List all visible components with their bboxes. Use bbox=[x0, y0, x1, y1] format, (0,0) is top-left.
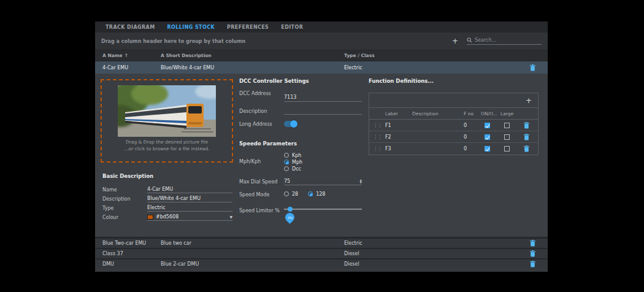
radio-128[interactable]: 128 bbox=[308, 191, 325, 197]
tab-editor[interactable]: EDITOR bbox=[275, 23, 309, 32]
large-checkbox[interactable] bbox=[504, 123, 510, 128]
table-row[interactable]: DMU Blue 2-car DMU Diesel bbox=[95, 258, 548, 269]
delete-row-button[interactable] bbox=[526, 250, 539, 257]
description-input[interactable]: Blue/White 4-car EMU bbox=[147, 196, 232, 202]
table-row[interactable]: 4-Car EMU Blue/White 4-car EMU Electric bbox=[95, 61, 548, 74]
column-description: Description bbox=[412, 111, 464, 117]
dcc-description-row: Description bbox=[239, 107, 365, 115]
search-icon bbox=[467, 37, 472, 43]
delete-row-button[interactable] bbox=[526, 240, 539, 247]
unit-row: Mph/Kph Kph Mph Dcc bbox=[239, 152, 365, 172]
dcc-description-input[interactable] bbox=[284, 107, 362, 115]
tab-rolling-stock[interactable]: ROLLING STOCK bbox=[162, 23, 220, 32]
column-header-name[interactable]: A Name↑ bbox=[102, 53, 161, 58]
radio-28[interactable]: 28 bbox=[284, 191, 298, 197]
long-address-label: Long Address bbox=[239, 120, 284, 127]
basic-description-title: Basic Description bbox=[102, 173, 232, 179]
function-row[interactable]: ⋮⋮ F1 0 bbox=[369, 120, 538, 131]
radio-dcc[interactable]: Dcc bbox=[284, 166, 362, 172]
app-window: TRACK DIAGRAM ROLLING STOCK PREFERENCES … bbox=[95, 21, 548, 272]
tab-track-diagram[interactable]: TRACK DIAGRAM bbox=[100, 23, 161, 32]
max-dial-label: Max Dial Speed bbox=[239, 178, 284, 185]
chevron-down-icon: ▼ bbox=[229, 215, 232, 219]
cell-name: 4-Car EMU bbox=[102, 65, 161, 71]
on-off-checkbox[interactable] bbox=[485, 123, 490, 128]
column-on-off: ON/O... bbox=[481, 111, 500, 117]
dcc-address-row: DCC Address 7113 bbox=[239, 90, 365, 102]
add-row-button[interactable]: + bbox=[452, 37, 458, 45]
column-label: Label bbox=[385, 111, 412, 117]
table-row[interactable]: Class 37 Diesel bbox=[95, 248, 548, 258]
function-label: F1 bbox=[385, 123, 412, 128]
field-colour: Colour #bd5608 ▼ bbox=[102, 213, 232, 222]
slider-thumb[interactable] bbox=[288, 207, 293, 212]
tab-preferences[interactable]: PREFERENCES bbox=[221, 23, 274, 32]
function-label: F3 bbox=[385, 146, 412, 152]
field-label: Colour bbox=[102, 215, 147, 220]
stage: TRACK DIAGRAM ROLLING STOCK PREFERENCES … bbox=[0, 0, 644, 292]
drag-handle-icon[interactable]: ⋮⋮ bbox=[369, 146, 385, 152]
field-label: Name bbox=[102, 187, 147, 193]
delete-row-button[interactable] bbox=[526, 261, 539, 267]
delete-row-button[interactable] bbox=[526, 64, 539, 71]
field-type: Type Electric bbox=[102, 204, 232, 213]
function-row[interactable]: ⋮⋮ F2 0 bbox=[369, 131, 538, 143]
spinner-icon[interactable]: ▲▼ bbox=[360, 179, 362, 184]
add-function-button[interactable]: + bbox=[526, 97, 532, 104]
delete-function-button[interactable] bbox=[520, 122, 532, 129]
cell-description: Blue 2-car DMU bbox=[161, 261, 344, 267]
search-box[interactable] bbox=[467, 37, 542, 45]
picture-dropzone[interactable]: Drag & Drop the desired picture file ...… bbox=[101, 79, 233, 163]
large-cell bbox=[500, 146, 520, 152]
detail-panel: Drag & Drop the desired picture file ...… bbox=[95, 74, 548, 237]
on-off-checkbox[interactable] bbox=[485, 134, 490, 140]
delete-function-button[interactable] bbox=[520, 134, 532, 140]
dcc-address-input[interactable]: 7113 bbox=[284, 90, 362, 102]
column-header-type[interactable]: Type / Class bbox=[344, 53, 526, 58]
name-input[interactable]: 4-Car EMU bbox=[147, 186, 232, 193]
table-row[interactable]: Blue Two-car EMU Blue two car Electric bbox=[95, 237, 548, 248]
speed-limiter-slider[interactable]: 0% bbox=[284, 206, 362, 214]
group-bar: Drag a column header here to group by th… bbox=[95, 33, 548, 50]
field-description: Description Blue/White 4-car EMU bbox=[102, 194, 232, 204]
delete-function-button[interactable] bbox=[520, 145, 532, 152]
group-hint: Drag a column header here to group by th… bbox=[101, 39, 245, 44]
speed-mode-label: Speed Mode bbox=[239, 191, 284, 198]
max-dial-input[interactable]: 75 ▲▼ bbox=[284, 178, 362, 185]
colour-dropdown[interactable]: #bd5608 ▼ bbox=[147, 214, 232, 221]
cell-type: Electric bbox=[344, 65, 526, 71]
column-header-description[interactable]: A Short Description bbox=[161, 53, 344, 58]
speed-mode-radio-group: 28 128 bbox=[284, 191, 362, 198]
slider-track bbox=[284, 209, 362, 210]
on-off-cell bbox=[481, 134, 500, 140]
search-input[interactable] bbox=[475, 37, 536, 43]
unit-label: Mph/Kph bbox=[239, 152, 284, 164]
radio-icon bbox=[284, 153, 289, 158]
cell-type: Diesel bbox=[344, 261, 526, 267]
large-cell bbox=[500, 123, 520, 128]
drag-handle-icon[interactable]: ⋮⋮ bbox=[369, 134, 385, 140]
radio-mph[interactable]: Mph bbox=[284, 159, 362, 165]
large-checkbox[interactable] bbox=[504, 134, 510, 140]
radio-kph[interactable]: Kph bbox=[284, 152, 362, 158]
dropzone-hint-line2: ...or click to browse for a file instead… bbox=[102, 146, 232, 152]
dcc-address-label: DCC Address bbox=[239, 90, 284, 96]
function-add-row: + bbox=[369, 93, 538, 108]
long-address-toggle[interactable] bbox=[284, 121, 297, 127]
table-body: Blue Two-car EMU Blue two car Electric C… bbox=[95, 237, 548, 269]
field-name: Name 4-Car EMU bbox=[102, 185, 232, 194]
function-fno: 0 bbox=[464, 134, 481, 140]
toggle-knob bbox=[290, 120, 297, 128]
large-checkbox[interactable] bbox=[504, 146, 510, 152]
cell-type: Diesel bbox=[344, 251, 526, 256]
on-off-checkbox[interactable] bbox=[485, 146, 490, 152]
function-table-header: Label Description F no ON/O... Large bbox=[369, 108, 538, 120]
max-dial-row: Max Dial Speed 75 ▲▼ bbox=[239, 178, 365, 185]
speed-mode-row: Speed Mode 28 128 bbox=[239, 191, 365, 198]
function-row[interactable]: ⋮⋮ F3 0 bbox=[369, 143, 538, 155]
function-fno: 0 bbox=[464, 146, 481, 152]
cell-name: Blue Two-car EMU bbox=[102, 240, 161, 246]
drag-handle-icon[interactable]: ⋮⋮ bbox=[369, 123, 385, 128]
dcc-settings-section: DCC Controller Settings DCC Address 7113… bbox=[239, 78, 365, 214]
type-input[interactable]: Electric bbox=[147, 205, 232, 212]
